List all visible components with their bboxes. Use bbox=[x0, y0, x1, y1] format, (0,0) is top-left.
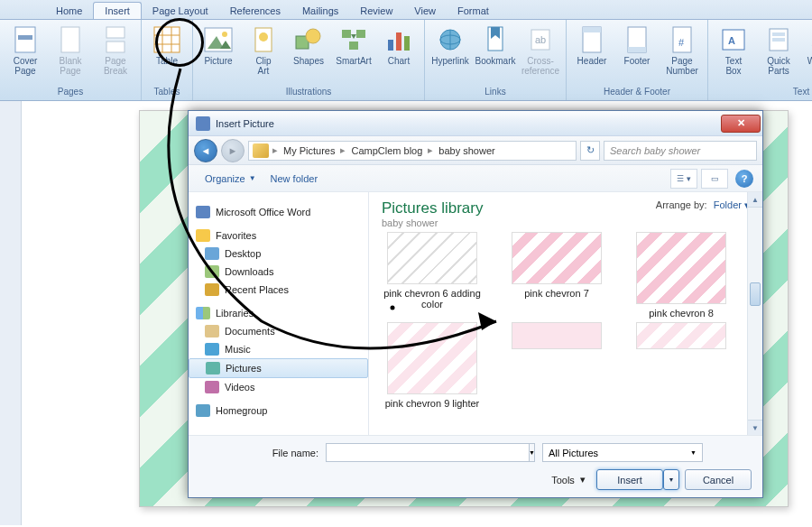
help-button[interactable]: ? bbox=[735, 170, 753, 188]
hyperlink-button[interactable]: Hyperlink bbox=[429, 22, 472, 81]
blank-page-button[interactable]: Blank Page bbox=[49, 22, 92, 81]
svg-rect-22 bbox=[388, 40, 393, 51]
insert-split-button[interactable]: ▼ bbox=[663, 469, 679, 490]
sidebar-ms-word[interactable]: Microsoft Office Word bbox=[189, 203, 368, 221]
smartart-button[interactable]: SmartArt bbox=[332, 22, 375, 81]
svg-rect-41 bbox=[772, 32, 785, 36]
new-folder-button[interactable]: New folder bbox=[263, 171, 326, 186]
breadcrumb-campclem[interactable]: CampClem blog bbox=[347, 145, 426, 156]
tab-insert[interactable]: Insert bbox=[93, 2, 142, 19]
chart-icon bbox=[384, 25, 413, 54]
group-links-label: Links bbox=[429, 85, 562, 100]
sidebar-favorites[interactable]: Favorites bbox=[189, 227, 368, 245]
breadcrumb-baby-shower[interactable]: baby shower bbox=[435, 145, 498, 156]
svg-rect-18 bbox=[342, 30, 351, 38]
file-type-filter[interactable]: All Pictures▼ bbox=[542, 443, 703, 462]
hyperlink-icon bbox=[436, 25, 465, 54]
vertical-ruler bbox=[0, 101, 22, 525]
sidebar-music[interactable]: Music bbox=[189, 340, 368, 358]
recent-icon bbox=[205, 283, 219, 296]
breadcrumb-my-pictures[interactable]: My Pictures bbox=[280, 145, 338, 156]
dialog-title: Insert Picture bbox=[216, 118, 721, 129]
arrange-by-value[interactable]: Folder ▾ bbox=[714, 199, 750, 210]
tab-review[interactable]: Review bbox=[349, 3, 403, 19]
desktop-icon bbox=[205, 247, 219, 260]
tab-mailings[interactable]: Mailings bbox=[291, 3, 349, 19]
scroll-up-icon[interactable]: ▲ bbox=[748, 192, 762, 208]
insert-picture-dialog: Insert Picture ✕ ◄ ► ▸ My Pictures ▸ Cam… bbox=[188, 110, 763, 498]
dialog-titlebar[interactable]: Insert Picture ✕ bbox=[189, 111, 762, 136]
svg-rect-42 bbox=[772, 38, 785, 42]
clip-art-button[interactable]: Clip Art bbox=[242, 22, 285, 81]
view-mode-button[interactable]: ☰ ▾ bbox=[670, 169, 697, 189]
svg-rect-4 bbox=[106, 42, 125, 52]
bookmark-button[interactable]: Bookmark bbox=[474, 22, 517, 81]
tab-view[interactable]: View bbox=[403, 3, 447, 19]
organize-menu[interactable]: Organize▼ bbox=[198, 171, 263, 186]
tab-page-layout[interactable]: Page Layout bbox=[142, 3, 219, 19]
preview-pane-button[interactable]: ▭ bbox=[701, 169, 728, 189]
sidebar-pictures[interactable]: Pictures bbox=[189, 358, 368, 378]
thumb-pink-chevron-9[interactable]: pink chevron 9 lighter bbox=[378, 322, 486, 409]
insert-button[interactable]: Insert bbox=[596, 469, 663, 490]
thumb-pink-chevron-7[interactable]: pink chevron 7 bbox=[503, 232, 611, 319]
group-tables-label: Tables bbox=[145, 85, 189, 100]
search-input[interactable]: Search baby shower bbox=[604, 141, 757, 161]
footer-button[interactable]: Footer bbox=[615, 22, 659, 81]
page-break-icon bbox=[101, 25, 130, 54]
header-button[interactable]: Header bbox=[570, 22, 614, 81]
dialog-toolbar: Organize▼ New folder ☰ ▾ ▭ ? bbox=[189, 165, 762, 192]
svg-rect-20 bbox=[349, 42, 358, 50]
svg-marker-21 bbox=[351, 34, 356, 39]
sidebar-recent-places[interactable]: Recent Places bbox=[189, 281, 368, 299]
page-break-button[interactable]: Page Break bbox=[94, 22, 137, 81]
cross-reference-button[interactable]: abCross-reference bbox=[519, 22, 562, 81]
tab-references[interactable]: References bbox=[219, 3, 291, 19]
tab-format[interactable]: Format bbox=[447, 3, 500, 19]
svg-rect-19 bbox=[356, 30, 365, 38]
page-number-button[interactable]: #Page Number bbox=[660, 22, 704, 81]
refresh-button[interactable]: ↻ bbox=[580, 141, 600, 161]
breadcrumb[interactable]: ▸ My Pictures ▸ CampClem blog ▸ baby sho… bbox=[248, 141, 577, 161]
back-button[interactable]: ◄ bbox=[194, 139, 217, 162]
sidebar-desktop[interactable]: Desktop bbox=[189, 245, 368, 263]
libraries-icon bbox=[196, 307, 210, 319]
cover-page-button[interactable]: Cover Page bbox=[4, 22, 47, 81]
blank-page-icon bbox=[56, 25, 85, 54]
sidebar-homegroup[interactable]: Homegroup bbox=[189, 402, 368, 420]
quick-parts-button[interactable]: Quick Parts bbox=[757, 22, 800, 81]
sidebar-downloads[interactable]: Downloads bbox=[189, 263, 368, 281]
tab-home[interactable]: Home bbox=[45, 3, 93, 19]
thumb-pink-chevron-6[interactable]: pink chevron 6 adding color bbox=[378, 232, 486, 319]
close-button[interactable]: ✕ bbox=[721, 115, 761, 133]
filename-input[interactable] bbox=[326, 443, 530, 462]
content-header: Pictures library baby shower Arrange by:… bbox=[369, 192, 762, 232]
thumb-pink-chevron-8[interactable]: pink chevron 8 bbox=[627, 232, 735, 319]
wordart-button[interactable]: AWordArt bbox=[802, 22, 812, 81]
forward-button[interactable]: ► bbox=[221, 139, 245, 162]
scroll-down-icon[interactable]: ▼ bbox=[748, 420, 762, 435]
svg-rect-24 bbox=[404, 36, 410, 51]
cancel-button[interactable]: Cancel bbox=[685, 469, 752, 490]
svg-rect-1 bbox=[18, 35, 32, 40]
filename-label: File name: bbox=[199, 448, 326, 458]
text-box-button[interactable]: AText Box bbox=[712, 22, 755, 81]
sidebar-videos[interactable]: Videos bbox=[189, 378, 368, 396]
cross-reference-icon: ab bbox=[526, 25, 555, 54]
thumb-partial-2[interactable] bbox=[627, 322, 735, 409]
scroll-thumb[interactable] bbox=[750, 282, 761, 306]
dialog-content: Pictures library baby shower Arrange by:… bbox=[369, 192, 762, 435]
filename-dropdown[interactable]: ▼ bbox=[530, 443, 535, 462]
shapes-button[interactable]: Shapes bbox=[287, 22, 330, 81]
chart-button[interactable]: Chart bbox=[377, 22, 420, 81]
content-scrollbar[interactable]: ▲ ▼ bbox=[747, 192, 762, 435]
group-links: Hyperlink Bookmark abCross-reference Lin… bbox=[425, 20, 567, 100]
library-title: Pictures library bbox=[382, 199, 483, 217]
thumb-partial-1[interactable] bbox=[503, 322, 611, 409]
sidebar-libraries[interactable]: Libraries bbox=[189, 304, 368, 322]
tools-menu[interactable]: Tools ▾ bbox=[551, 474, 586, 485]
smartart-icon bbox=[339, 25, 368, 54]
ribbon: Cover Page Blank Page Page Break Pages T… bbox=[0, 20, 812, 101]
picture-button[interactable]: Picture bbox=[197, 22, 240, 81]
sidebar-documents[interactable]: Documents bbox=[189, 322, 368, 340]
